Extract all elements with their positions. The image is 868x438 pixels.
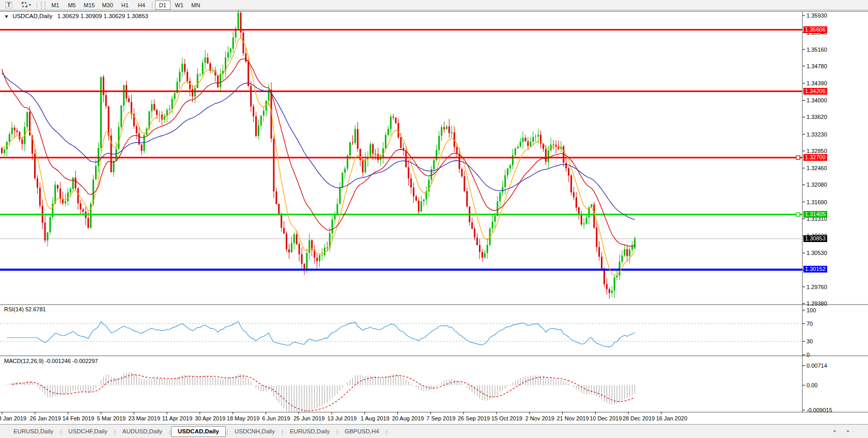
rsi-indicator-label: RSI(14) 52.6781	[4, 306, 46, 312]
price-tick-label: 1.35930	[807, 12, 827, 19]
price-tick-label: 1.31690	[807, 199, 827, 205]
price-tick-label: 1.32460	[807, 165, 827, 171]
price-tick-label: 1.32080	[807, 182, 827, 188]
date-tick-label: 23 Mar 2019	[128, 415, 160, 421]
date-tick-label: 26 Sep 2019	[458, 415, 490, 421]
tab-scroll-right-icon[interactable]: ▸	[847, 428, 855, 433]
tab-separator: |	[60, 429, 61, 435]
price-tick-label: 1.34000	[807, 97, 827, 103]
chart-tab-eurusd-daily[interactable]: EURUSD,Daily	[284, 427, 336, 436]
chart-canvas[interactable]: 1.359301.355401.351601.347801.343901.340…	[0, 0, 868, 424]
line-end-marker[interactable]	[796, 213, 800, 216]
date-tick-label: 25 Jun 2019	[293, 415, 325, 421]
date-tick-label: 11 Apr 2019	[162, 415, 193, 421]
price-tick-label: 1.29760	[807, 284, 827, 290]
macd-signal-line	[12, 375, 634, 411]
price-tick-label: 1.30530	[807, 250, 827, 256]
date-tick-label: 2 Nov 2019	[525, 415, 554, 421]
tab-separator: |	[336, 429, 338, 435]
rsi-tick-label: 30	[807, 338, 813, 344]
price-chart[interactable]: 1.359301.355401.351601.347801.343901.340…	[0, 0, 868, 424]
tab-separator: |	[282, 429, 283, 435]
price-tick-label: 1.33620	[807, 114, 827, 120]
macd-tick-label: -0.009015	[807, 407, 832, 413]
collapse-triangle-icon[interactable]: ▼	[4, 14, 9, 19]
date-tick-label: 28 Dec 2019	[623, 415, 655, 421]
chart-symbol-title: USDCAD,Daily	[12, 13, 52, 19]
current-price-badge: 1.30853	[803, 235, 827, 242]
tab-separator: |	[386, 429, 388, 435]
date-tick-label: 7 Sep 2019	[426, 415, 455, 421]
date-tick-label: 15 Oct 2019	[491, 415, 522, 421]
date-tick-label: 20 Aug 2019	[392, 415, 424, 421]
level-price-badge: 1.31405	[803, 211, 827, 218]
chart-tabs: EURUSD,Daily|USDCHF,Daily|AUDUSD,Daily|U…	[7, 426, 388, 437]
date-tick-label: 18 May 2019	[227, 415, 260, 421]
chart-ohlc-values: 1.30629 1.30909 1.30629 1.30853	[57, 13, 148, 19]
price-tick-label: 1.35160	[807, 47, 827, 53]
date-tick-label: 30 Apr 2019	[195, 415, 225, 421]
ma-fast-line	[2, 38, 635, 275]
price-tick-label: 1.34390	[807, 80, 827, 86]
chart-tab-gbpusd-h4[interactable]: GBPUSD,H4	[338, 427, 385, 436]
rsi-tick-label: 0	[807, 352, 810, 358]
tab-separator: |	[226, 429, 228, 435]
date-tick-label: 16 Jan 2020	[656, 415, 688, 421]
date-tick-label: 14 Feb 2019	[63, 415, 95, 421]
tab-scroll-left-icon[interactable]: ◂	[833, 428, 841, 433]
tab-scroll-arrows: ◂ ▸	[833, 428, 855, 433]
macd-tick-label: 0.00	[807, 382, 817, 388]
macd-indicator-label: MACD(12,26,9) -0.001246 -0.002297	[4, 358, 98, 364]
date-tick-label: 10 Dec 2019	[590, 415, 622, 421]
tab-separator: |	[169, 429, 171, 435]
ma-slow-line	[2, 73, 635, 220]
line-end-marker[interactable]	[796, 156, 800, 159]
trading-terminal: T ▾ M1M5M15M30H1H4D1W1MN 1.359301.355401…	[0, 0, 868, 438]
price-tick-label: 1.29380	[807, 300, 827, 307]
chart-header: ▼ USDCAD,Daily 1.30629 1.30909 1.30629 1…	[4, 13, 148, 19]
ma-mid-line	[2, 59, 635, 246]
price-tick-label: 1.34780	[807, 63, 827, 69]
chart-tab-bar: EURUSD,Daily|USDCHF,Daily|AUDUSD,Daily|U…	[0, 424, 868, 438]
rsi-tick-label: 70	[807, 321, 813, 327]
price-tick-label: 1.33230	[807, 131, 827, 138]
date-tick-label: 1 Aug 2019	[361, 415, 390, 421]
level-price-badge: 1.34206	[803, 88, 827, 95]
level-price-badge: 1.30152	[803, 266, 827, 273]
chart-tab-audusd-daily[interactable]: AUDUSD,Daily	[116, 427, 168, 436]
chart-tab-eurusd-daily[interactable]: EURUSD,Daily	[7, 427, 59, 436]
rsi-line	[7, 322, 634, 347]
date-tick-label: 26 Jan 2019	[30, 415, 61, 421]
date-tick-label: 21 Nov 2019	[556, 415, 588, 421]
rsi-tick-label: 100	[807, 307, 816, 313]
chart-tab-usdcnh-daily[interactable]: USDCNH,Daily	[228, 427, 281, 436]
chart-tab-usdchf-daily[interactable]: USDCHF,Daily	[62, 427, 113, 436]
tab-separator: |	[114, 429, 116, 435]
price-tick-label: 1.32850	[807, 148, 827, 154]
macd-tick-label: 0.00714	[807, 363, 827, 369]
date-tick-label: 13 Jul 2019	[328, 415, 357, 421]
level-price-badge: 1.35606	[803, 26, 827, 33]
date-tick-label: 5 Mar 2019	[97, 415, 126, 421]
level-price-badge: 1.32700	[803, 154, 827, 161]
date-tick-label: 8 Jan 2019	[0, 415, 26, 421]
chart-tab-usdcad-daily[interactable]: USDCAD,Daily	[171, 426, 226, 437]
date-tick-label: 6 Jun 2019	[262, 415, 290, 421]
